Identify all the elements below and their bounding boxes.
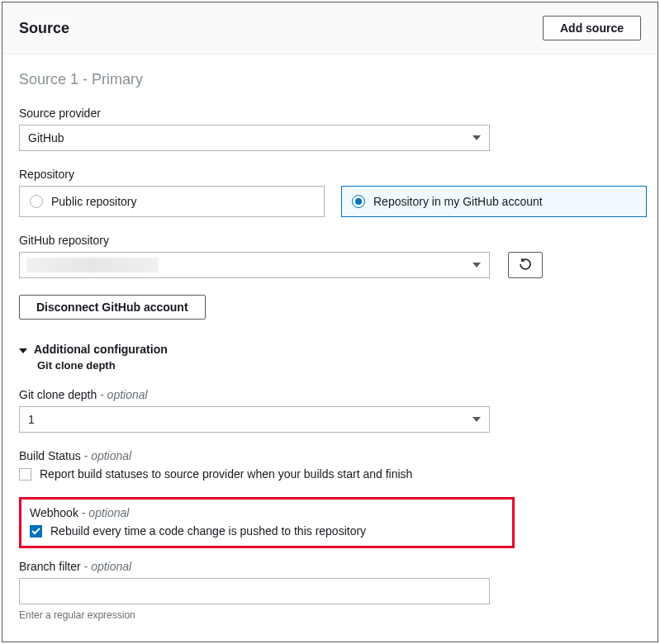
branch-filter-label: Branch filter - optional <box>19 560 641 573</box>
build-status-label: Build Status - optional <box>19 449 641 462</box>
git-clone-depth-select[interactable]: 1 <box>19 406 490 433</box>
radio-label: Repository in my GitHub account <box>373 195 543 208</box>
repository-options: Public repository Repository in my GitHu… <box>19 186 647 217</box>
panel-header: Source Add source <box>2 2 658 54</box>
branch-filter-field: Branch filter - optional Enter a regular… <box>19 560 641 621</box>
repository-field: Repository Public repository Repository … <box>19 168 641 217</box>
radio-account-repository[interactable]: Repository in my GitHub account <box>341 186 647 217</box>
repo-placeholder <box>26 258 159 272</box>
webhook-checkbox-label: Rebuild every time a code change is push… <box>50 524 366 537</box>
additional-config-subtitle: Git clone depth <box>37 359 641 372</box>
build-status-field: Build Status - optional Report build sta… <box>19 449 641 481</box>
radio-label: Public repository <box>51 195 137 208</box>
git-clone-depth-label: Git clone depth - optional <box>19 388 641 401</box>
refresh-icon <box>519 258 532 273</box>
github-repo-field: GitHub repository <box>19 234 641 278</box>
radio-icon <box>352 195 365 208</box>
source-provider-select[interactable]: GitHub <box>19 125 490 151</box>
git-clone-depth-field: Git clone depth - optional 1 <box>19 388 641 433</box>
caret-down-icon <box>472 417 481 422</box>
source-provider-value: GitHub <box>28 131 64 144</box>
webhook-label: Webhook - optional <box>30 506 504 519</box>
caret-down-icon <box>472 263 481 268</box>
webhook-checkbox[interactable] <box>30 525 42 537</box>
additional-config-title: Additional configuration <box>34 343 168 356</box>
git-clone-depth-value: 1 <box>28 413 35 426</box>
github-repo-label: GitHub repository <box>19 234 641 247</box>
panel-body: Source 1 - Primary Source provider GitHu… <box>2 54 658 644</box>
caret-down-icon <box>472 135 481 140</box>
webhook-highlight: Webhook - optional Rebuild every time a … <box>19 497 515 548</box>
repository-label: Repository <box>19 168 641 181</box>
source-provider-field: Source provider GitHub <box>19 107 641 151</box>
radio-icon <box>30 195 43 208</box>
section-title: Source 1 - Primary <box>19 71 641 88</box>
caret-down-icon <box>19 343 27 356</box>
branch-filter-helper: Enter a regular expression <box>19 609 641 621</box>
build-status-checkbox-label: Report build statuses to source provider… <box>40 467 412 481</box>
build-status-checkbox[interactable] <box>19 468 31 481</box>
additional-config-toggle[interactable]: Additional configuration <box>19 343 641 356</box>
branch-filter-input[interactable] <box>19 578 490 604</box>
source-panel: Source Add source Source 1 - Primary Sou… <box>2 2 658 642</box>
refresh-button[interactable] <box>508 252 543 278</box>
github-repo-select[interactable] <box>19 252 490 278</box>
add-source-button[interactable]: Add source <box>543 16 641 40</box>
source-provider-label: Source provider <box>19 107 641 120</box>
panel-title: Source <box>19 20 69 37</box>
radio-public-repository[interactable]: Public repository <box>19 186 325 217</box>
disconnect-github-button[interactable]: Disconnect GitHub account <box>19 295 206 320</box>
